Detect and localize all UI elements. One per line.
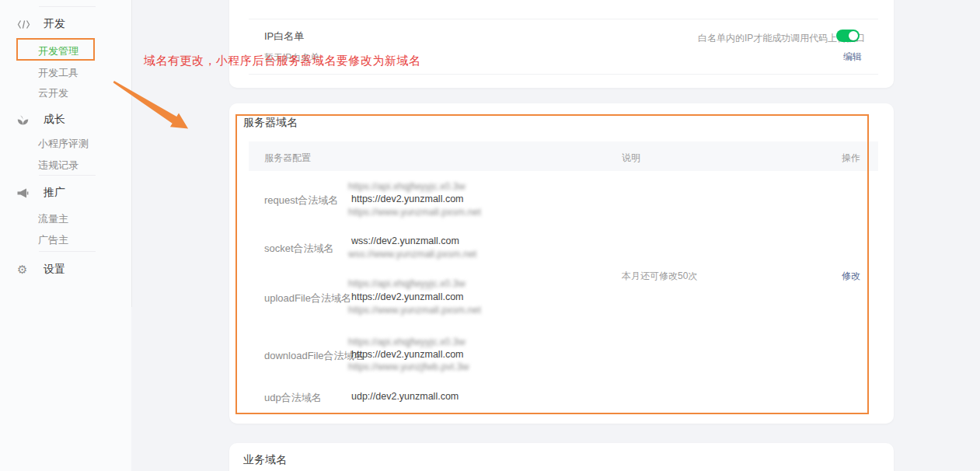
server-domain-table-header: [249, 141, 878, 171]
gear-icon: ⚙: [17, 264, 31, 275]
domain-url: udp://dev2.yunzmall.com: [351, 391, 459, 402]
sidebar-border: [131, 0, 132, 307]
row-label-request-domain: request合法域名: [264, 194, 338, 208]
row-label-socket-domain: socket合法域名: [264, 242, 334, 256]
ip-whitelist-edit-button[interactable]: 编辑: [843, 51, 862, 64]
column-header-server-config: 服务器配置: [264, 152, 311, 165]
domain-url: https://dev2.yunzmall.com: [351, 349, 464, 360]
sidebar-section-dev[interactable]: 开发: [17, 18, 65, 30]
sidebar-section-promotion[interactable]: 推广: [17, 187, 65, 199]
row-label-udp-domain: udp合法域名: [264, 391, 322, 405]
column-header-operation: 操作: [842, 152, 860, 165]
megaphone-icon: [17, 188, 31, 198]
sidebar-section-label: 设置: [44, 263, 65, 277]
server-domain-modify-button[interactable]: 修改: [842, 270, 860, 283]
sidebar-section-growth[interactable]: 成长: [17, 113, 65, 126]
sidebar-item-dev-tools[interactable]: 开发工具: [38, 66, 78, 78]
sidebar-section-label: 推广: [44, 186, 65, 200]
domain-url: https://dev2.yunzmall.com: [351, 194, 464, 204]
sidebar-item-violation-records[interactable]: 违规记录: [38, 159, 78, 170]
domain-url-blurred: https://api.xhqjfwyyjc.x0.3w: [348, 337, 466, 347]
row-label-uploadfile-domain: uploadFile合法域名: [264, 291, 351, 305]
domain-url-blurred: wss://www.yunzmall.pxsm.net: [348, 249, 476, 260]
business-domain-title: 业务域名: [243, 453, 287, 467]
sidebar-item-cloud-dev[interactable]: 云开发: [38, 86, 68, 98]
sprout-icon: [17, 115, 31, 125]
sidebar-item-advertiser[interactable]: 广告主: [38, 233, 68, 245]
domain-url: wss://dev2.yunzmall.com: [351, 236, 459, 246]
sidebar-section-settings[interactable]: ⚙ 设置: [17, 263, 65, 276]
domain-url-blurred: https://www.yunzmall.pxsm.net: [348, 305, 481, 316]
domain-url-blurred: https://api.xhqjfwyyjc.x0.3w: [348, 181, 466, 192]
column-header-description: 说明: [622, 152, 640, 165]
annotation-red-note: 域名有更改，小程序后台服务器域名要修改为新域名: [144, 54, 421, 68]
ip-whitelist-toggle[interactable]: [836, 30, 860, 42]
domain-url-blurred: https://www.yunzjfwb.pvt.3w: [348, 361, 469, 372]
divider: [249, 74, 878, 75]
sidebar: 开发 开发管理 开发工具 云开发 成长 小程序评测 违规记录: [0, 0, 131, 471]
server-domain-modify-quota-note: 本月还可修改50次: [622, 270, 697, 283]
wechat-mp-console-page: 开发 开发管理 开发工具 云开发 成长 小程序评测 违规记录: [0, 0, 980, 471]
sidebar-section-divider: [39, 251, 96, 252]
toggle-knob: [849, 31, 858, 40]
domain-url: https://dev2.yunzmall.com: [351, 291, 464, 302]
domain-url-blurred: https://api.xhqjfwyyjc.x0.3w: [348, 278, 466, 289]
sidebar-item-dev-management[interactable]: 开发管理: [38, 44, 78, 56]
code-icon: [17, 19, 31, 30]
ip-whitelist-title: IP白名单: [264, 30, 304, 44]
domain-url-blurred: https://www.yunzmall.pxsm.net: [348, 207, 481, 218]
sidebar-section-divider: [39, 6, 96, 7]
sidebar-section-divider: [39, 175, 96, 176]
business-domain-card: [229, 443, 894, 471]
divider: [249, 19, 878, 19]
sidebar-item-traffic-owner[interactable]: 流量主: [38, 212, 68, 224]
sidebar-section-label: 开发: [44, 17, 65, 31]
server-domain-title: 服务器域名: [243, 116, 298, 130]
sidebar-section-label: 成长: [44, 113, 65, 127]
sidebar-item-mini-program-review[interactable]: 小程序评测: [38, 137, 89, 148]
